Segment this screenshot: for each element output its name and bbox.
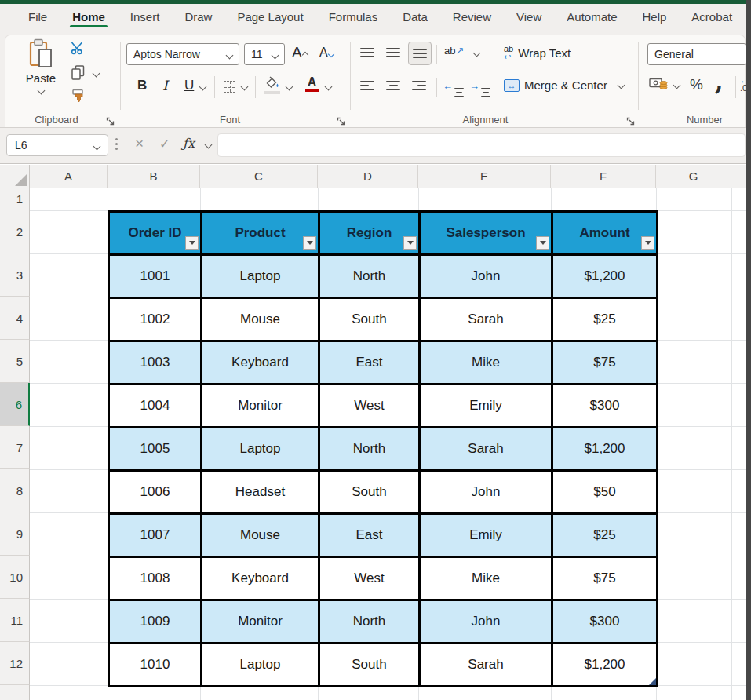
table-cell[interactable]: John [420,471,552,514]
table-resize-handle[interactable] [649,678,656,685]
table-cell[interactable]: East [319,514,420,557]
font-name-combobox[interactable]: Aptos Narrow [126,43,239,65]
menu-tab-acrobat[interactable]: Acrobat [679,4,745,30]
table-cell[interactable]: Keyboard [202,341,319,385]
number-format-combobox[interactable]: General [647,43,746,65]
align-center-button[interactable] [382,75,404,97]
table-cell[interactable]: 1007 [109,514,202,557]
clipboard-dialog-launcher-icon[interactable] [106,115,115,124]
table-cell[interactable]: South [319,643,420,687]
table-cell[interactable]: $1,200 [552,255,658,298]
table-cell[interactable]: 1002 [109,298,202,341]
filter-dropdown-button[interactable] [403,236,417,250]
alignment-dialog-launcher-icon[interactable] [626,115,636,124]
row-header-8[interactable]: 8 [0,469,30,512]
table-cell[interactable]: 1008 [109,557,202,600]
formula-dropdown-icon[interactable] [205,141,213,149]
menu-tab-formulas[interactable]: Formulas [316,4,391,30]
underline-button[interactable]: U [184,78,194,93]
row-header-2[interactable]: 2 [0,210,30,253]
increase-indent-button[interactable]: → [469,80,490,97]
font-size-combobox[interactable]: 11 [244,43,285,65]
table-cell[interactable]: Monitor [202,385,319,428]
bottom-align-button[interactable] [408,42,432,65]
row-header-13[interactable]: 13 [0,685,30,700]
table-cell[interactable]: 1001 [109,255,202,298]
row-header-1[interactable]: 1 [0,188,30,210]
row-header-11[interactable]: 11 [0,599,30,642]
table-cell[interactable]: North [319,428,420,471]
row-header-4[interactable]: 4 [0,297,30,340]
table-cell[interactable]: Emily [420,514,552,557]
table-cell[interactable]: Laptop [202,428,319,471]
filter-dropdown-button[interactable] [303,236,316,250]
row-header-3[interactable]: 3 [0,253,30,297]
table-cell[interactable]: Headset [202,471,319,514]
fill-color-dropdown-icon[interactable] [286,83,293,91]
table-cell[interactable]: 1005 [109,428,202,471]
table-cell[interactable]: Mouse [202,514,319,557]
comma-style-button[interactable]: , [715,68,723,96]
shrink-font-button[interactable]: A [319,46,334,60]
row-header-6[interactable]: 6 [0,383,30,426]
table-cell[interactable]: Keyboard [202,557,319,600]
insert-function-icon[interactable]: ƒx [183,136,195,151]
table-cell[interactable]: Sarah [420,428,552,471]
table-cell[interactable]: $1,200 [552,428,658,471]
wrap-text-button[interactable]: ab ↩ Wrap Text [504,45,571,60]
column-header-E[interactable]: E [418,165,551,188]
table-cell[interactable]: 1003 [109,341,202,385]
accounting-format-button[interactable] [649,77,668,93]
table-cell[interactable]: 1010 [109,643,202,687]
percent-style-button[interactable]: % [690,76,703,93]
fill-color-button[interactable] [264,76,280,94]
accounting-dropdown-icon[interactable] [673,82,681,89]
row-header-9[interactable]: 9 [0,512,30,556]
copy-button[interactable] [71,65,85,83]
column-header-B[interactable]: B [108,165,200,188]
menu-tab-review[interactable]: Review [440,4,504,30]
font-dialog-launcher-icon[interactable] [337,115,346,124]
align-right-button[interactable] [408,75,430,97]
column-header-G[interactable]: G [656,165,731,188]
paste-dropdown-icon[interactable] [37,87,45,95]
merge-center-button[interactable]: ↔ Merge & Center [504,78,624,92]
table-cell[interactable]: John [420,255,552,298]
menu-tab-draw[interactable]: Draw [172,4,224,30]
menu-tab-data[interactable]: Data [390,4,440,30]
row-header-7[interactable]: 7 [0,426,30,469]
table-cell[interactable]: East [319,341,420,385]
table-cell[interactable]: $25 [552,298,658,341]
table-cell[interactable]: Laptop [202,255,319,298]
menu-tab-insert[interactable]: Insert [118,4,173,30]
table-cell[interactable]: $75 [552,341,658,385]
orientation-dropdown-icon[interactable] [473,49,481,57]
table-cell[interactable]: Laptop [202,643,319,687]
table-cell[interactable]: Sarah [420,298,552,341]
column-header-F[interactable]: F [551,165,656,188]
font-color-button[interactable]: A [305,75,319,92]
table-cell[interactable]: $75 [552,557,658,600]
orientation-button[interactable]: ab↗ [444,45,464,57]
filter-dropdown-button[interactable] [641,236,654,250]
table-cell[interactable]: Mouse [202,298,319,341]
table-cell[interactable]: John [420,600,552,643]
cut-button[interactable] [71,42,86,58]
align-left-button[interactable] [356,75,378,97]
table-cell[interactable]: Sarah [420,643,552,687]
table-cell[interactable]: 1009 [109,600,202,643]
table-cell[interactable]: West [319,557,420,600]
format-painter-button[interactable] [71,89,85,107]
top-align-button[interactable] [356,42,378,64]
table-cell[interactable]: Mike [420,341,552,385]
column-header-D[interactable]: D [318,165,418,188]
formula-input[interactable] [217,133,746,157]
table-cell[interactable]: West [319,385,420,428]
menu-tab-help[interactable]: Help [630,4,680,30]
table-cell[interactable]: $300 [552,385,658,428]
table-cell[interactable]: $25 [552,514,658,557]
filter-dropdown-button[interactable] [185,236,199,250]
enter-icon[interactable]: ✓ [159,137,170,151]
grow-font-button[interactable]: A [292,44,308,61]
table-cell[interactable]: Emily [420,385,552,428]
